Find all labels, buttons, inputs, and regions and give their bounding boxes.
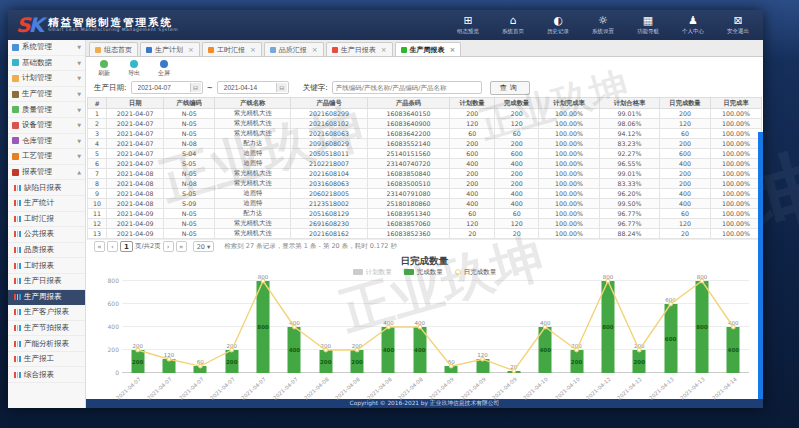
close-icon[interactable]: ×	[312, 46, 318, 54]
sidebar-item-综合报表[interactable]: 综合报表	[8, 367, 85, 383]
tab-生产日报表[interactable]: 生产日报表×	[326, 42, 393, 56]
current-page[interactable]: 1	[120, 241, 133, 252]
bar-value-label: 120	[164, 352, 175, 358]
tab-组态首页[interactable]: 组态首页	[89, 42, 138, 56]
table-row[interactable]: 92021-04-08S-05迪恩特2060218005231407910804…	[88, 189, 762, 199]
sidebar-item-工时汇报[interactable]: 工时汇报	[8, 212, 85, 228]
column-header[interactable]: 产品编号	[291, 98, 367, 109]
table-cell: 60	[660, 209, 711, 219]
x-axis-label: 2021-04-07	[240, 376, 267, 401]
sidebar-item-生产统计[interactable]: 生产统计	[8, 196, 85, 212]
close-icon[interactable]: ×	[381, 46, 387, 54]
table-cell: 紫光精机大连	[215, 119, 291, 129]
table-row[interactable]: 42021-04-07N-08配力达2091608029160835521402…	[88, 139, 762, 149]
sidebar-item-计划管理[interactable]: 计划管理▼	[8, 71, 85, 87]
table-row[interactable]: 12021-04-07N-05紫光精机大连2021608299160836401…	[88, 109, 762, 119]
header-icon-label: 历史记录	[547, 28, 569, 35]
sidebar-item-缺陷日报表[interactable]: 缺陷日报表	[8, 180, 85, 196]
table-row[interactable]: 72021-04-08N-05紫光精机大连2021608104160838508…	[88, 169, 762, 179]
sidebar-item-工艺管理[interactable]: 工艺管理▼	[8, 149, 85, 165]
sidebar-item-工时报表[interactable]: 工时报表	[8, 258, 85, 274]
table-row[interactable]: 62021-04-07S-05迪恩特2102218007231407407204…	[88, 159, 762, 169]
table-row[interactable]: 132021-04-09N-05紫光精机大连202160816216083852…	[88, 229, 762, 239]
tab-生产周报表[interactable]: 生产周报表×	[395, 42, 462, 56]
sidebar-item-仓库管理[interactable]: 仓库管理▼	[8, 134, 85, 150]
export-button[interactable]: 导出	[124, 60, 144, 78]
table-row[interactable]: 32021-04-07N-05紫光精机大连2021608063160836422…	[88, 129, 762, 139]
sidebar-item-label: 工时汇报	[24, 214, 54, 224]
scrollbar[interactable]	[758, 132, 763, 399]
date-from-field[interactable]: ⊟	[131, 81, 203, 94]
table-cell: 100.00%	[539, 129, 599, 139]
table-row[interactable]: 102021-04-08S-09迪恩特212351800225180180860…	[88, 199, 762, 209]
legend-item-完成数量[interactable]: 完成数量	[404, 268, 443, 277]
page-size-select[interactable]: 20 ▾	[193, 241, 215, 252]
个人中心-button[interactable]: ♟个人中心	[676, 15, 710, 35]
close-icon[interactable]: ×	[188, 46, 194, 54]
table-cell: 60	[450, 129, 495, 139]
sidebar-item-产能分析报表[interactable]: 产能分析报表	[8, 336, 85, 352]
table-row[interactable]: 22021-04-07N-05紫光精机大连2021608102160836409…	[88, 119, 762, 129]
next-page-button[interactable]: ›	[163, 241, 174, 252]
chevron-up-icon: ▲	[77, 169, 81, 175]
keyword-input[interactable]	[332, 81, 482, 94]
table-row[interactable]: 122021-04-09N-05紫光精机大连269160823016083857…	[88, 219, 762, 229]
sidebar-item-生产节拍报表[interactable]: 生产节拍报表	[8, 321, 85, 337]
tab-生产计划[interactable]: 生产计划×	[140, 42, 200, 56]
sidebar-item-品质报表[interactable]: 品质报表	[8, 243, 85, 259]
prev-page-button[interactable]: ‹	[107, 241, 118, 252]
column-header[interactable]: 完成数量	[494, 98, 539, 109]
search-button[interactable]: 查询	[490, 81, 530, 95]
toolbar-button-label: 全屏	[158, 69, 170, 78]
table-row[interactable]: 52021-04-07S-04迪恩特2050518011251401515606…	[88, 149, 762, 159]
app-subtitle: Smart Lean Manufacturing Management Syst…	[48, 28, 178, 33]
calendar-icon[interactable]: ⊟	[190, 83, 201, 92]
sidebar-item-生产周报表[interactable]: 生产周报表	[8, 290, 85, 306]
sidebar-item-生产报工[interactable]: 生产报工	[8, 352, 85, 368]
production-table: #日期产线编码产线名称产品编号产品条码计划数量完成数量计划完成率计划合格率日完成…	[87, 97, 762, 239]
sidebar-item-基础数据[interactable]: 基础数据▼	[8, 56, 85, 72]
组态预览-button[interactable]: ⊞组态预览	[451, 15, 485, 35]
first-page-button[interactable]: «	[94, 241, 105, 252]
legend-item-日完成数量[interactable]: 日完成数量	[455, 268, 497, 277]
系统设置-button[interactable]: ☼系统设置	[586, 15, 620, 35]
calendar-icon[interactable]: ⊟	[276, 83, 287, 92]
tab-品质汇报[interactable]: 品质汇报×	[264, 42, 324, 56]
fullscreen-button[interactable]: 全屏	[154, 60, 174, 78]
column-header[interactable]: 计划数量	[450, 98, 495, 109]
table-row[interactable]: 82021-04-08N-08紫光精机大连2031608063160835005…	[88, 179, 762, 189]
table-cell: 23140740720	[367, 159, 450, 169]
last-page-button[interactable]: »	[176, 241, 187, 252]
sidebar-item-质量管理[interactable]: 质量管理▼	[8, 102, 85, 118]
column-header[interactable]: 日完成率	[711, 98, 762, 109]
sidebar-item-设备管理[interactable]: 设备管理▼	[8, 118, 85, 134]
close-icon[interactable]: ×	[450, 46, 456, 54]
date-to-field[interactable]: ⊟	[217, 81, 289, 94]
column-header[interactable]: 产品条码	[367, 98, 450, 109]
close-icon[interactable]: ×	[250, 46, 256, 54]
bar-inner-label: 200	[571, 359, 582, 365]
系统首页-button[interactable]: ⌂系统首页	[496, 15, 530, 35]
tab-工时汇报[interactable]: 工时汇报×	[202, 42, 262, 56]
column-header[interactable]: 计划完成率	[539, 98, 599, 109]
legend-item-计划数量[interactable]: 计划数量	[353, 268, 392, 277]
sidebar-item-生产日报表[interactable]: 生产日报表	[8, 274, 85, 290]
column-header[interactable]: 产线编码	[164, 98, 215, 109]
column-header[interactable]: 日期	[107, 98, 164, 109]
refresh-button[interactable]: 刷新	[94, 60, 114, 78]
column-header[interactable]: 日完成数量	[660, 98, 711, 109]
sidebar-item-公共报表[interactable]: 公共报表	[8, 227, 85, 243]
sidebar-item-生产客户报表[interactable]: 生产客户报表	[8, 305, 85, 321]
历史记录-button[interactable]: ◐历史记录	[541, 15, 575, 35]
sidebar-item-系统管理[interactable]: 系统管理▼	[8, 40, 85, 56]
sidebar-item-报表管理[interactable]: 报表管理▲	[8, 165, 85, 181]
column-header[interactable]: #	[88, 98, 107, 109]
sidebar-item-生产管理[interactable]: 生产管理▼	[8, 87, 85, 103]
chart-bar-slot: 1202021-04-07	[153, 281, 184, 373]
column-header[interactable]: 计划合格率	[599, 98, 659, 109]
column-header[interactable]: 产线名称	[215, 98, 291, 109]
table-row[interactable]: 112021-04-09N-05配力达205160812916083951340…	[88, 209, 762, 219]
功能导航-button[interactable]: ▦功能导航	[631, 15, 665, 35]
安全退出-button[interactable]: ⊠安全退出	[721, 15, 755, 35]
header-icon-bar: ⊞组态预览⌂系统首页◐历史记录☼系统设置▦功能导航♟个人中心⊠安全退出	[451, 15, 755, 35]
